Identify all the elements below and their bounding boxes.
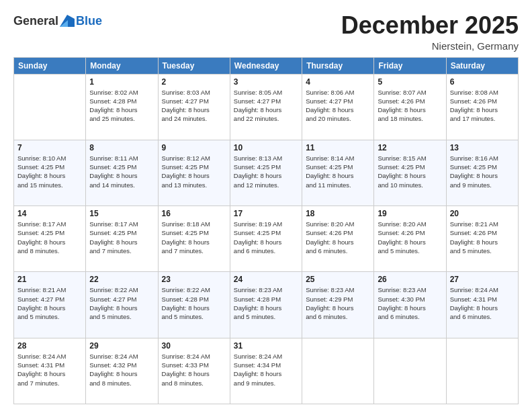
table-row: 27Sunrise: 8:24 AM Sunset: 4:31 PM Dayli… — [446, 272, 518, 338]
day-info: Sunrise: 8:22 AM Sunset: 4:28 PM Dayligh… — [162, 285, 226, 321]
day-number: 16 — [162, 209, 226, 218]
table-row: 30Sunrise: 8:24 AM Sunset: 4:33 PM Dayli… — [158, 338, 230, 404]
table-row: 9Sunrise: 8:12 AM Sunset: 4:25 PM Daylig… — [158, 140, 230, 205]
day-info: Sunrise: 8:18 AM Sunset: 4:25 PM Dayligh… — [162, 220, 226, 255]
day-info: Sunrise: 8:11 AM Sunset: 4:25 PM Dayligh… — [89, 154, 154, 189]
table-row: 29Sunrise: 8:24 AM Sunset: 4:32 PM Dayli… — [86, 338, 158, 404]
table-row: 3Sunrise: 8:05 AM Sunset: 4:27 PM Daylig… — [230, 74, 302, 140]
day-info: Sunrise: 8:07 AM Sunset: 4:26 PM Dayligh… — [378, 88, 442, 124]
header: General Blue December 2025 Nierstein, Ge… — [13, 12, 519, 52]
day-info: Sunrise: 8:24 AM Sunset: 4:34 PM Dayligh… — [234, 352, 298, 387]
table-row — [446, 338, 518, 404]
day-number: 13 — [450, 143, 515, 152]
day-info: Sunrise: 8:20 AM Sunset: 4:26 PM Dayligh… — [378, 220, 442, 255]
col-saturday: Saturday — [446, 57, 518, 74]
calendar-week-4: 21Sunrise: 8:21 AM Sunset: 4:27 PM Dayli… — [14, 272, 519, 338]
day-number: 7 — [17, 143, 82, 152]
day-number: 25 — [306, 275, 370, 284]
calendar-week-2: 7Sunrise: 8:10 AM Sunset: 4:25 PM Daylig… — [14, 140, 519, 205]
day-number: 4 — [306, 77, 370, 87]
day-info: Sunrise: 8:24 AM Sunset: 4:31 PM Dayligh… — [450, 285, 515, 321]
logo: General Blue — [13, 15, 102, 27]
day-info: Sunrise: 8:15 AM Sunset: 4:25 PM Dayligh… — [378, 154, 442, 189]
table-row: 19Sunrise: 8:20 AM Sunset: 4:26 PM Dayli… — [374, 206, 446, 272]
day-info: Sunrise: 8:05 AM Sunset: 4:27 PM Dayligh… — [234, 88, 298, 124]
day-number: 17 — [234, 209, 298, 218]
page: General Blue December 2025 Nierstein, Ge… — [0, 0, 532, 411]
day-info: Sunrise: 8:02 AM Sunset: 4:28 PM Dayligh… — [89, 88, 154, 124]
table-row: 8Sunrise: 8:11 AM Sunset: 4:25 PM Daylig… — [86, 140, 158, 205]
table-row: 17Sunrise: 8:19 AM Sunset: 4:25 PM Dayli… — [230, 206, 302, 272]
table-row: 23Sunrise: 8:22 AM Sunset: 4:28 PM Dayli… — [158, 272, 230, 338]
day-info: Sunrise: 8:21 AM Sunset: 4:27 PM Dayligh… — [17, 285, 82, 321]
day-info: Sunrise: 8:23 AM Sunset: 4:30 PM Dayligh… — [378, 285, 442, 321]
day-info: Sunrise: 8:24 AM Sunset: 4:32 PM Dayligh… — [89, 352, 154, 387]
calendar-header-row: Sunday Monday Tuesday Wednesday Thursday… — [14, 57, 519, 74]
day-info: Sunrise: 8:22 AM Sunset: 4:27 PM Dayligh… — [89, 285, 154, 321]
day-number: 11 — [306, 143, 370, 152]
day-number: 2 — [162, 77, 226, 87]
day-number: 24 — [234, 275, 298, 284]
calendar-week-5: 28Sunrise: 8:24 AM Sunset: 4:31 PM Dayli… — [14, 338, 519, 404]
table-row: 4Sunrise: 8:06 AM Sunset: 4:27 PM Daylig… — [302, 74, 374, 140]
day-info: Sunrise: 8:17 AM Sunset: 4:25 PM Dayligh… — [17, 220, 82, 255]
day-info: Sunrise: 8:06 AM Sunset: 4:27 PM Dayligh… — [306, 88, 370, 124]
day-number: 10 — [234, 143, 298, 152]
day-number: 9 — [162, 143, 226, 152]
day-info: Sunrise: 8:24 AM Sunset: 4:33 PM Dayligh… — [162, 352, 226, 387]
day-info: Sunrise: 8:23 AM Sunset: 4:29 PM Dayligh… — [306, 285, 370, 321]
day-number: 23 — [162, 275, 226, 284]
table-row: 22Sunrise: 8:22 AM Sunset: 4:27 PM Dayli… — [86, 272, 158, 338]
logo-icon — [60, 15, 75, 27]
table-row: 15Sunrise: 8:17 AM Sunset: 4:25 PM Dayli… — [86, 206, 158, 272]
day-info: Sunrise: 8:03 AM Sunset: 4:27 PM Dayligh… — [162, 88, 226, 124]
day-info: Sunrise: 8:13 AM Sunset: 4:25 PM Dayligh… — [234, 154, 298, 189]
table-row: 18Sunrise: 8:20 AM Sunset: 4:26 PM Dayli… — [302, 206, 374, 272]
subtitle: Nierstein, Germany — [341, 40, 519, 52]
day-info: Sunrise: 8:14 AM Sunset: 4:25 PM Dayligh… — [306, 154, 370, 189]
month-title: December 2025 — [341, 12, 519, 39]
day-info: Sunrise: 8:10 AM Sunset: 4:25 PM Dayligh… — [17, 154, 82, 189]
day-info: Sunrise: 8:24 AM Sunset: 4:31 PM Dayligh… — [17, 352, 82, 387]
table-row: 14Sunrise: 8:17 AM Sunset: 4:25 PM Dayli… — [14, 206, 86, 272]
col-sunday: Sunday — [14, 57, 86, 74]
day-number: 14 — [17, 209, 82, 218]
table-row: 7Sunrise: 8:10 AM Sunset: 4:25 PM Daylig… — [14, 140, 86, 205]
table-row: 1Sunrise: 8:02 AM Sunset: 4:28 PM Daylig… — [86, 74, 158, 140]
table-row: 5Sunrise: 8:07 AM Sunset: 4:26 PM Daylig… — [374, 74, 446, 140]
day-number: 1 — [89, 77, 154, 87]
table-row: 16Sunrise: 8:18 AM Sunset: 4:25 PM Dayli… — [158, 206, 230, 272]
day-number: 19 — [378, 209, 442, 218]
table-row: 2Sunrise: 8:03 AM Sunset: 4:27 PM Daylig… — [158, 74, 230, 140]
day-info: Sunrise: 8:20 AM Sunset: 4:26 PM Dayligh… — [306, 220, 370, 255]
table-row: 13Sunrise: 8:16 AM Sunset: 4:25 PM Dayli… — [446, 140, 518, 205]
day-number: 21 — [17, 275, 82, 284]
day-info: Sunrise: 8:12 AM Sunset: 4:25 PM Dayligh… — [162, 154, 226, 189]
col-wednesday: Wednesday — [230, 57, 302, 74]
day-number: 8 — [89, 143, 154, 152]
day-number: 30 — [162, 341, 226, 351]
day-number: 28 — [17, 341, 82, 351]
day-info: Sunrise: 8:17 AM Sunset: 4:25 PM Dayligh… — [89, 220, 154, 255]
col-friday: Friday — [374, 57, 446, 74]
table-row: 25Sunrise: 8:23 AM Sunset: 4:29 PM Dayli… — [302, 272, 374, 338]
day-number: 27 — [450, 275, 515, 284]
logo-general-text: General — [13, 15, 58, 27]
table-row: 31Sunrise: 8:24 AM Sunset: 4:34 PM Dayli… — [230, 338, 302, 404]
calendar-table: Sunday Monday Tuesday Wednesday Thursday… — [13, 57, 519, 404]
table-row: 11Sunrise: 8:14 AM Sunset: 4:25 PM Dayli… — [302, 140, 374, 205]
col-thursday: Thursday — [302, 57, 374, 74]
table-row: 21Sunrise: 8:21 AM Sunset: 4:27 PM Dayli… — [14, 272, 86, 338]
day-number: 3 — [234, 77, 298, 87]
day-number: 31 — [234, 341, 298, 351]
col-tuesday: Tuesday — [158, 57, 230, 74]
day-info: Sunrise: 8:23 AM Sunset: 4:28 PM Dayligh… — [234, 285, 298, 321]
title-block: December 2025 Nierstein, Germany — [341, 12, 519, 52]
table-row: 20Sunrise: 8:21 AM Sunset: 4:26 PM Dayli… — [446, 206, 518, 272]
day-info: Sunrise: 8:19 AM Sunset: 4:25 PM Dayligh… — [234, 220, 298, 255]
logo-blue-text: Blue — [76, 15, 102, 27]
table-row: 12Sunrise: 8:15 AM Sunset: 4:25 PM Dayli… — [374, 140, 446, 205]
day-info: Sunrise: 8:08 AM Sunset: 4:26 PM Dayligh… — [450, 88, 515, 124]
calendar-week-1: 1Sunrise: 8:02 AM Sunset: 4:28 PM Daylig… — [14, 74, 519, 140]
table-row: 26Sunrise: 8:23 AM Sunset: 4:30 PM Dayli… — [374, 272, 446, 338]
